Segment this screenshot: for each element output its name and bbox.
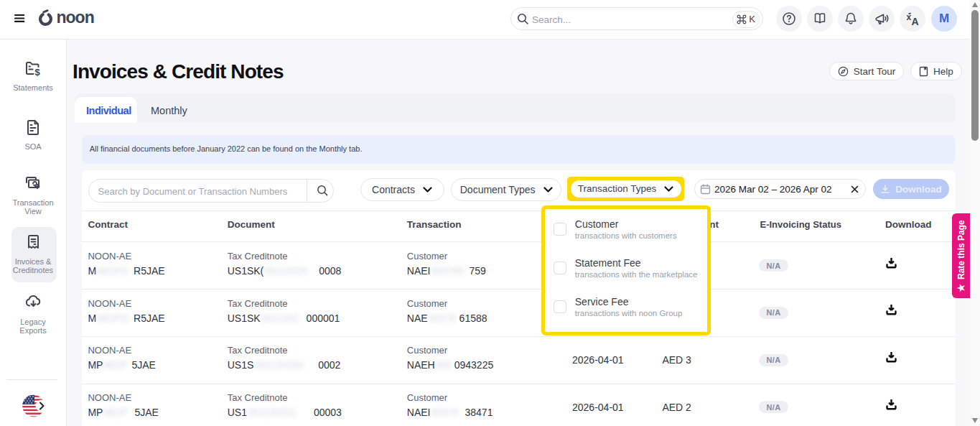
svg-text:noon: noon [57, 8, 94, 27]
svg-text:$: $ [35, 67, 41, 77]
svg-text:A: A [912, 16, 919, 27]
